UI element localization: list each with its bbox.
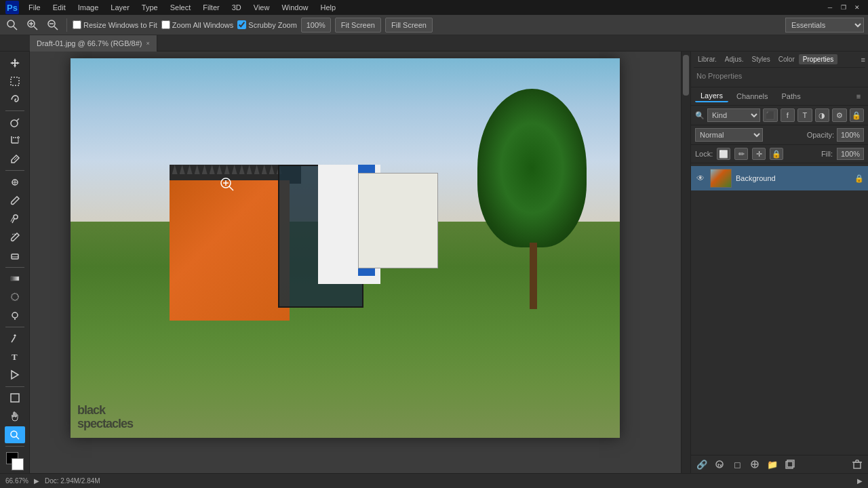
kind-filter-dropdown[interactable]: Kind Name Effect Mode Attribute Color [707,108,760,122]
tab-adjustments[interactable]: Adjus. [721,54,748,64]
menu-image[interactable]: Image [73,2,104,13]
layer-thumb-content [711,169,731,187]
layers-lock-row: Lock: ⬜ ✏ ✛ 🔒 Fill: [691,145,868,163]
status-arrow[interactable]: ▶ [34,477,39,485]
blur-tool[interactable] [5,289,25,306]
menu-window[interactable]: Window [276,2,313,13]
filter-pixel-button[interactable]: ⬛ [763,108,777,122]
filter-shape-button[interactable]: ◑ [815,108,829,122]
svg-rect-10 [11,77,19,85]
zoom-percent-input[interactable] [301,18,331,33]
shape-tool[interactable] [5,390,25,407]
resize-windows-checkbox-label[interactable]: Resize Windows to Fit [73,20,157,29]
resize-windows-checkbox[interactable] [73,20,81,29]
restore-button[interactable]: ❐ [838,2,849,13]
lock-all-button[interactable]: 🔒 [770,148,783,160]
lock-label: Lock: [695,150,713,158]
menu-filter[interactable]: Filter [197,2,224,13]
filter-extra-button[interactable]: 🔒 [850,108,864,122]
fill-input[interactable] [837,148,864,160]
clone-stamp-tool[interactable] [5,210,25,227]
brush-tool[interactable] [5,192,25,209]
lasso-tool[interactable] [5,91,25,108]
marquee-tool[interactable] [5,73,25,89]
zoom-in-button[interactable] [24,17,41,33]
eyedropper-tool[interactable] [5,150,25,167]
lock-position-button[interactable]: ✛ [752,148,766,160]
path-selection-tool[interactable] [5,367,25,384]
minimize-button[interactable]: ─ [825,2,835,13]
background-color[interactable] [12,458,24,470]
layers-panel-options-button[interactable]: ≡ [853,91,864,102]
workspace-dropdown[interactable]: Essentials Photography Painting Graphic … [785,18,864,33]
opacity-input[interactable] [837,128,864,142]
filter-type-button[interactable]: T [797,108,812,122]
menu-type[interactable]: Type [136,2,163,13]
layer-visibility-toggle[interactable]: 👁 [695,173,706,184]
spot-heal-tool[interactable] [5,174,25,190]
properties-panel-options[interactable]: ≡ [861,54,865,64]
doc-tab-close-button[interactable]: × [146,40,149,47]
lock-transparent-button[interactable]: ⬜ [717,148,730,160]
add-mask-button[interactable]: ◻ [730,458,744,470]
left-toolbar: T [0,52,30,473]
layer-styles-button[interactable]: fx [713,458,726,470]
scrubby-zoom-checkbox[interactable] [237,20,246,29]
dodge-tool[interactable] [5,307,25,324]
tab-library[interactable]: Librar. [694,54,721,64]
history-brush-tool[interactable] [5,229,25,246]
fill-screen-button[interactable]: Fill Screen [385,18,433,33]
crop-tool[interactable] [5,132,25,149]
hand-tool[interactable] [5,408,25,425]
delete-layer-button[interactable] [850,458,864,470]
type-tool[interactable]: T [5,348,25,365]
scrollbar-thumb-vertical[interactable] [683,55,689,96]
building-body-orange [170,180,290,321]
menu-3d[interactable]: 3D [226,2,247,13]
tab-styles[interactable]: Styles [748,54,774,64]
menu-file[interactable]: File [23,2,46,13]
link-layers-button[interactable]: 🔗 [695,458,709,470]
gradient-tool[interactable] [5,270,25,287]
doc-tab[interactable]: Draft-01.jpg @ 66.7% (RGB/8#) × [30,35,157,52]
vertical-scrollbar[interactable] [681,52,690,473]
new-fill-layer-button[interactable] [748,458,762,470]
title-bar-controls: ─ ❐ ✕ [825,2,863,13]
menu-edit[interactable]: Edit [47,2,71,13]
new-layer-button[interactable] [783,458,797,470]
tab-channels[interactable]: Channels [731,91,773,102]
zoom-level-display: 66.67% [5,477,28,485]
zoom-tool-icon[interactable] [4,17,20,33]
menu-layer[interactable]: Layer [105,2,135,13]
zoom-all-windows-checkbox-label[interactable]: Zoom All Windows [161,20,233,29]
scroll-right-arrow[interactable]: ▶ [857,477,863,485]
filter-adjustment-button[interactable]: f [781,108,795,122]
move-tool[interactable] [5,54,25,71]
canvas-area[interactable]: black spectacles [30,52,690,473]
tab-layers[interactable]: Layers [695,90,728,102]
filter-smart-button[interactable]: ⚙ [832,108,846,122]
lock-image-button[interactable]: ✏ [734,148,748,160]
zoom-out-button[interactable] [45,17,61,33]
tab-color[interactable]: Color [774,54,799,64]
vent-2 [180,165,185,174]
layers-panel-header: Layers Channels Paths ≡ [691,87,868,106]
fit-screen-button[interactable]: Fit Screen [335,18,381,33]
menu-help[interactable]: Help [315,2,342,13]
zoom-tool[interactable] [5,426,25,443]
tab-paths[interactable]: Paths [776,91,806,102]
zoom-all-windows-checkbox[interactable] [161,20,170,29]
tab-properties[interactable]: Properties [799,54,838,64]
menu-view[interactable]: View [248,2,275,13]
eraser-tool[interactable] [5,247,25,264]
scrubby-zoom-checkbox-label[interactable]: Scrubby Zoom [237,20,297,29]
new-group-button[interactable]: 📁 [766,458,779,470]
close-button[interactable]: ✕ [852,2,863,13]
blend-mode-dropdown[interactable]: Normal Dissolve Multiply Screen Overlay … [695,128,763,142]
foreground-background-colors[interactable] [5,452,25,470]
layer-item-background[interactable]: 👁 Background 🔒 [691,166,868,190]
menu-select[interactable]: Select [165,2,197,13]
pen-tool[interactable] [5,330,25,347]
quick-select-tool[interactable] [5,114,25,131]
svg-point-24 [12,293,18,300]
